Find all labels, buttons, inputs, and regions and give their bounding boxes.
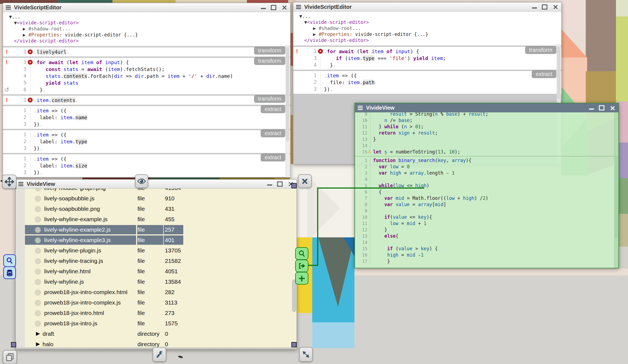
file-row[interactable]: proweb18-jsx-intro.htmlfile273 xyxy=(25,308,297,318)
titlebar[interactable]: VivideView × xyxy=(355,103,618,112)
minimize-button[interactable] xyxy=(261,8,266,9)
code-line[interactable]: 2 label: item.name xyxy=(3,114,290,121)
code-line[interactable]: 13} xyxy=(355,136,618,143)
titlebar[interactable]: VivideScriptEditor × xyxy=(3,3,290,12)
file-row[interactable]: lively-whyline-plugin.jsfile13705 xyxy=(25,246,297,256)
code-line[interactable]: 2 var low = 0 xyxy=(355,164,618,170)
script-step-block[interactable]: extract1.item => ({2 label: item.type3})… xyxy=(3,130,290,153)
close-button[interactable]: × xyxy=(281,5,288,10)
code-line[interactable]: 5 while(low <= high) xyxy=(355,183,618,189)
dom-tree-line[interactable]: ▶ #shadow-root... xyxy=(3,26,290,32)
scrollbar-thumb[interactable] xyxy=(292,280,296,312)
code-line[interactable]: 7 var mid = Math.floor((low + high) /2) xyxy=(355,195,618,201)
code-line[interactable]: 4 }. xyxy=(293,62,561,69)
code-line[interactable]: 1.item => ({ xyxy=(3,131,290,138)
code-line[interactable]: 3 const stats = await (item).fetchStats(… xyxy=(3,66,290,73)
titlebar[interactable]: VivideView × xyxy=(16,180,297,189)
halo-close-button[interactable] xyxy=(298,174,312,188)
maximize-button[interactable] xyxy=(599,105,604,110)
dom-tree-line[interactable]: ▼... xyxy=(293,13,561,19)
code-line[interactable]: 3}). xyxy=(293,86,561,93)
view-add-button[interactable]: + xyxy=(295,272,308,285)
code-line[interactable]: 10 n /= base; xyxy=(355,117,618,124)
code-line[interactable]: 2 label: item.type xyxy=(3,138,290,145)
script-step-block[interactable]: transform!1×.lively4url. xyxy=(3,47,290,56)
maximize-button[interactable] xyxy=(542,4,547,10)
list-data-source-button[interactable] xyxy=(3,266,16,279)
step-type-label[interactable]: extract xyxy=(261,105,285,113)
code-line[interactable]: 17 } xyxy=(355,258,618,265)
list-search-button[interactable] xyxy=(3,254,16,267)
file-row[interactable]: lively-whyline.htmlfile4051 xyxy=(25,266,297,277)
maximize-button[interactable] xyxy=(271,5,276,10)
close-button[interactable]: × xyxy=(609,105,616,111)
code-line[interactable]: !1×.for await (let item of input) { xyxy=(293,48,561,55)
scrollbar[interactable] xyxy=(286,45,290,176)
close-button[interactable]: × xyxy=(552,4,559,10)
halo-copy-button[interactable] xyxy=(3,350,17,364)
code-line[interactable]: ↺6 }. xyxy=(3,86,290,93)
code-line[interactable]: 8 var value = array[mid] xyxy=(355,201,618,208)
code-line[interactable]: 4 xyxy=(355,176,618,183)
code-line[interactable]: 4 stats.contents.forEach(dir => dir.path… xyxy=(3,73,290,79)
scrollbar-thumb[interactable] xyxy=(286,47,289,141)
halo-settings-button[interactable] xyxy=(153,347,166,362)
maximize-button[interactable] xyxy=(277,181,283,187)
code-line[interactable]: 3}). xyxy=(3,121,290,128)
undo-icon[interactable]: ↺ xyxy=(4,86,9,93)
code-line[interactable]: 16 high = mid -1 xyxy=(355,252,618,258)
scrollbar-thumb[interactable] xyxy=(557,46,560,99)
code-line[interactable]: 1function binary_search(key, array){ xyxy=(355,157,618,164)
code-line[interactable]: 1.item => ({ xyxy=(293,72,561,79)
file-row[interactable]: proweb18-jsx-intro.jsfile1575 xyxy=(25,318,297,329)
file-row[interactable]: lively-whyline-tracing.jsfile21582 xyxy=(25,256,297,266)
code-line[interactable]: !1×.for await (let item of input) { xyxy=(3,59,290,66)
code-line[interactable]: 14 xyxy=(355,239,618,246)
code-line[interactable]: 12 } xyxy=(355,227,618,233)
script-step-block[interactable]: extract1.item => ({2 label: item.name3})… xyxy=(3,106,290,129)
file-row[interactable]: ▶halodirectory0 xyxy=(25,339,297,347)
menu-icon[interactable] xyxy=(6,5,11,10)
dom-tree-line[interactable]: ▼<vivide-script-editor> xyxy=(293,19,561,25)
code-line[interactable]: 11 low = mid + 1 xyxy=(355,220,618,227)
minimize-button[interactable] xyxy=(267,184,272,186)
code-line[interactable]: 5 yield stats xyxy=(3,79,290,86)
step-type-label[interactable]: transform xyxy=(254,57,285,65)
dom-tree-line[interactable]: ▼<vivide-script-editor> xyxy=(3,20,290,26)
file-row[interactable]: proweb18-jsx-intro-complex.htmlfile282 xyxy=(25,287,297,298)
script-step-block[interactable]: extract1.item => ({2 file: item.path3}). xyxy=(293,71,561,94)
step-type-label[interactable]: transform xyxy=(254,47,285,55)
dom-tree-line[interactable]: ▶ #Properties: vivide-script-editor {...… xyxy=(293,31,561,37)
step-type-label[interactable]: extract xyxy=(261,129,285,137)
script-step-block[interactable]: transform!1×.item.contents. xyxy=(3,96,290,105)
window-vivide-view-files[interactable]: VivideView × lively-module-graph.pngfile… xyxy=(15,179,297,350)
script-step-block[interactable]: extract1.item => ({2 label: item.size3})… xyxy=(3,154,290,177)
window-vivide-script-editor-left[interactable]: VivideScriptEditor × ▼...▼<vivide-script… xyxy=(3,3,291,178)
halo-drag-button[interactable] xyxy=(2,175,16,189)
file-row[interactable]: lively-soapbubble.pngfile431 xyxy=(25,204,297,214)
code-line[interactable]: 9 xyxy=(355,208,618,214)
minimize-button[interactable] xyxy=(532,7,537,8)
code-line[interactable]: 1.item => ({ xyxy=(3,155,290,162)
halo-corner-handle[interactable] xyxy=(291,342,297,347)
dom-tree-line[interactable]: </vivide-script-editor> xyxy=(3,38,290,44)
script-step-block[interactable]: transform!1×.for await (let item of inpu… xyxy=(3,58,290,94)
minimize-button[interactable] xyxy=(589,109,594,110)
dom-tree-line[interactable]: ▶ #shadow-root... xyxy=(293,25,561,31)
code-line[interactable]: 1.item => ({ xyxy=(3,107,290,114)
step-type-label[interactable]: transform xyxy=(254,95,285,103)
menu-icon[interactable] xyxy=(296,5,301,9)
dom-tree-line[interactable]: ▼... xyxy=(3,14,290,20)
code-line[interactable]: 9 result = String(n % base) + result; xyxy=(355,112,618,117)
code-line[interactable]: 15⚠let s = numberToString(13, 10); xyxy=(355,149,618,155)
file-row[interactable]: lively-whyline-example2.jsfile257 xyxy=(25,225,297,235)
code-line[interactable]: 14 xyxy=(355,143,618,149)
code-line[interactable]: 3 var high = array.length - 1 xyxy=(355,170,618,176)
menu-icon[interactable] xyxy=(358,106,363,110)
code-line[interactable]: 3}). xyxy=(3,145,290,152)
step-type-label[interactable]: extract xyxy=(261,153,285,161)
titlebar[interactable]: VivideScriptEditor × xyxy=(293,2,561,12)
window-vivide-view-code[interactable]: VivideView × 9 result = String(n % base)… xyxy=(354,103,619,268)
file-row[interactable]: lively-whyline.jsfile13584 xyxy=(25,277,297,287)
code-line[interactable]: 3 if (item.type === 'file') yield item; xyxy=(293,55,561,62)
